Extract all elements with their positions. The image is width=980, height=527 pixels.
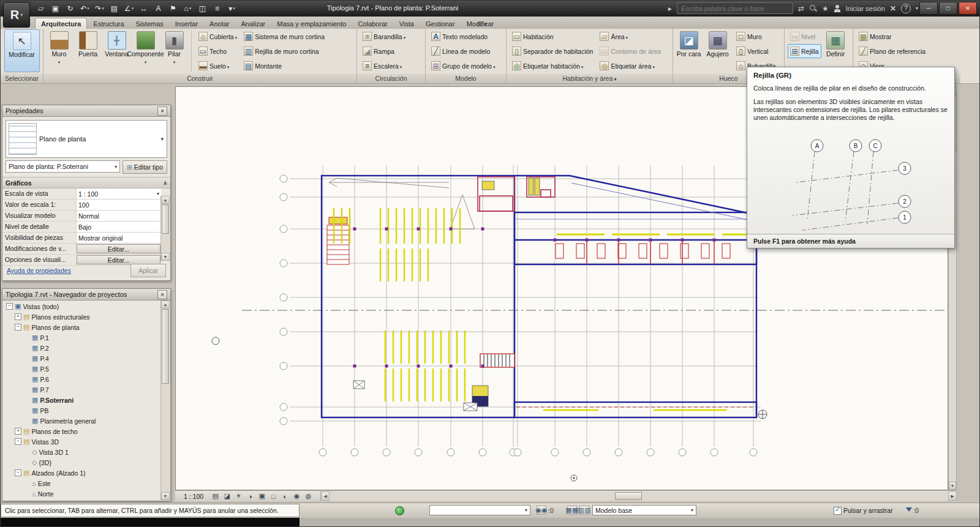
view-control-button[interactable] (209, 491, 221, 501)
workset-dropdown[interactable]: ▾ (429, 505, 530, 515)
browser-scrollbar[interactable]: ▲ ▼ (160, 301, 170, 500)
browser-tree-item[interactable]: + Planos de techo (4, 426, 160, 436)
qat-button[interactable]: ▾ (225, 2, 239, 15)
qat-button[interactable]: ▾ (166, 2, 180, 15)
ribbon-big-button[interactable]: Muro (45, 29, 74, 72)
maximize-button[interactable]: □ (939, 2, 957, 15)
ribbon-tab[interactable]: Colaborar (352, 18, 393, 29)
properties-close-icon[interactable]: ✕ (157, 107, 167, 116)
ribbon-small-button[interactable]: Área (597, 29, 663, 43)
exchange-apps-icon[interactable]: ✕ (890, 4, 896, 13)
worksharing-icon[interactable] (395, 506, 404, 515)
ribbon-tab[interactable]: Gestionar (420, 18, 461, 29)
ribbon-small-button[interactable]: Separador de habitación (510, 44, 595, 58)
panel-display-toggle-icon[interactable] (473, 18, 491, 29)
ribbon-small-button[interactable]: Mostrar (856, 29, 928, 43)
ribbon-big-button[interactable]: Puerta (74, 29, 102, 72)
type-selector-caret-icon[interactable]: ▾ (160, 136, 164, 142)
view-control-button[interactable] (291, 491, 303, 501)
ribbon-small-button[interactable]: Texto modelado (429, 29, 498, 43)
panel-label-modelo[interactable]: Modelo (426, 73, 506, 83)
modificar-button[interactable]: Modificar (4, 29, 40, 72)
ribbon-small-button[interactable]: Suelo (196, 59, 239, 73)
panel-label-seleccionar[interactable]: Seleccionar (1, 73, 43, 83)
ribbon-tab[interactable]: Anotar (204, 18, 235, 29)
qat-button[interactable]: ▾ (122, 2, 136, 15)
browser-tree-item[interactable]: P.6 (4, 374, 160, 384)
properties-scrollbar[interactable]: ▲ ▼ (160, 196, 170, 261)
help-search-box[interactable] (677, 2, 793, 14)
tree-expander-icon[interactable]: + (15, 313, 21, 320)
ribbon-small-button[interactable]: Grupo de modelo (429, 59, 498, 73)
qat-button[interactable]: ▾ (78, 2, 92, 15)
browser-tree-item[interactable]: Vista 3D 1 (4, 447, 160, 457)
qat-button[interactable]: ▾ (151, 2, 165, 15)
qat-button[interactable]: ▾ (210, 2, 224, 15)
browser-tree-item[interactable]: − Planos de planta (4, 322, 160, 332)
editable-items-icon[interactable] (537, 506, 546, 515)
browser-tree-item[interactable]: PB (4, 405, 160, 416)
qat-button[interactable]: ▾ (137, 2, 151, 15)
tree-expander-icon[interactable]: − (15, 438, 21, 445)
ribbon-small-button[interactable]: Cubierta (196, 29, 239, 43)
rejilla-button[interactable]: Rejilla (788, 44, 821, 58)
ribbon-tab[interactable]: Estructura (88, 18, 129, 29)
press-drag-checkbox[interactable] (834, 507, 842, 515)
browser-tree-item[interactable]: P.4 (4, 353, 160, 364)
browser-tree-item[interactable]: P.7 (4, 384, 160, 395)
scroll-right-arrow[interactable]: ▶ (948, 491, 957, 501)
view-control-button[interactable] (303, 491, 314, 501)
view-control-button[interactable] (221, 491, 233, 501)
apply-button[interactable]: Aplicar (130, 264, 166, 277)
ribbon-tab[interactable]: Insertar (170, 18, 203, 29)
qat-button[interactable]: ▾ (195, 2, 209, 15)
browser-tree-item[interactable]: {3D} (4, 457, 160, 468)
ribbon-big-button[interactable]: Por cara (674, 29, 703, 72)
view-control-button[interactable] (244, 491, 256, 501)
ribbon-tab[interactable]: Arquitectura (35, 18, 87, 29)
browser-close-icon[interactable]: ✕ (157, 290, 167, 299)
ribbon-small-button[interactable]: Etiquetar área (597, 59, 663, 73)
browser-tree-item[interactable]: + Planos estructurales (4, 312, 160, 322)
filter-icon[interactable] (906, 507, 912, 512)
qat-button[interactable]: ▾ (181, 2, 195, 15)
ribbon-small-button[interactable]: Sistema de muro cortina (241, 29, 327, 43)
ribbon-big-button[interactable]: Pilar (160, 29, 189, 72)
qat-button[interactable]: ▾ (107, 2, 121, 15)
qat-button[interactable]: ▾ (92, 2, 107, 15)
ribbon-tab[interactable]: Analizar (236, 18, 271, 29)
ribbon-small-button[interactable]: Barandilla (360, 29, 408, 43)
minimize-button[interactable]: ─ (919, 2, 938, 15)
ribbon-tab[interactable]: Masa y emplazamiento (271, 18, 352, 29)
scroll-down-arrow[interactable]: ▼ (949, 482, 956, 490)
view-control-button[interactable] (233, 491, 244, 501)
view-control-button[interactable] (279, 491, 291, 501)
search-icon[interactable] (809, 4, 817, 12)
ribbon-small-button[interactable]: Rejilla de muro cortina (241, 44, 327, 58)
worksets-dialog-icon[interactable] (567, 506, 577, 515)
options-dialog-icon[interactable] (579, 506, 589, 515)
ribbon-small-button[interactable]: Muro (734, 29, 778, 43)
canvas-horizontal-scrollbar[interactable]: ◀ ▶ (320, 491, 957, 501)
browser-tree-item[interactable]: − Alzados (Alzado 1) (4, 468, 160, 478)
horizontal-scroll-thumb[interactable] (615, 492, 642, 500)
ribbon-small-button[interactable]: Etiquetar habitación (510, 59, 595, 73)
view-control-button[interactable] (256, 491, 268, 501)
ribbon-tab[interactable]: Sistemas (130, 18, 169, 29)
qat-button[interactable]: ▾ (34, 2, 48, 15)
help-caret-icon[interactable]: ▾ (916, 6, 918, 11)
browser-tree-item[interactable]: − Vistas (todo) (4, 301, 160, 312)
ribbon-big-button[interactable]: Componente (131, 29, 160, 72)
help-icon[interactable]: ? (901, 4, 911, 13)
panel-label-habitacion[interactable]: Habitación y área (507, 73, 673, 83)
ribbon-small-button[interactable]: Escalera (360, 59, 408, 73)
view-control-button[interactable] (268, 491, 279, 501)
qat-button[interactable]: ▾ (48, 2, 62, 15)
close-button[interactable]: ✕ (959, 2, 977, 15)
panel-label-circulacion[interactable]: Circulación (357, 73, 425, 83)
edit-type-button[interactable]: Editar tipo (123, 160, 167, 174)
exchange-icon[interactable]: ⇄ (798, 4, 804, 13)
ribbon-small-button[interactable]: Habitación (510, 29, 595, 43)
application-menu-button[interactable]: R▾ (3, 2, 30, 28)
browser-tree-item[interactable]: P.1 (4, 332, 160, 343)
